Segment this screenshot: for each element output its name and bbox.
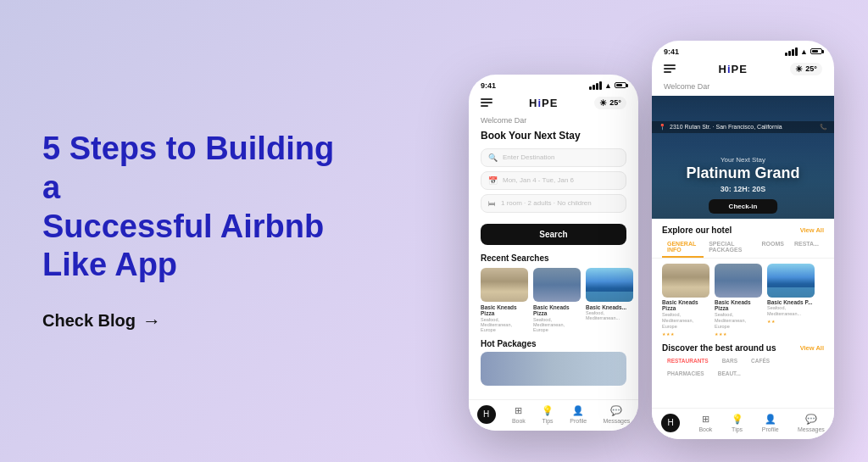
status-time-right: 9:41 [664, 47, 679, 56]
hero-content: Your Next Stay Platinum Grand 30: 12H: 2… [652, 156, 834, 193]
home-icon-right: H [661, 414, 680, 432]
guests-placeholder: 1 room · 2 adults · No children [501, 199, 619, 207]
book-title: Book Your Next Stay [469, 130, 638, 148]
hotel-card-image [715, 264, 762, 298]
book-icon: ⊞ [515, 405, 522, 416]
nav-item-messages-right[interactable]: 💬 Messages [798, 414, 825, 432]
hot-packages-title: Hot Packages [469, 332, 638, 352]
signal-icon [589, 81, 602, 90]
tab-rooms[interactable]: ROOMS [757, 238, 789, 258]
tab-beauty[interactable]: BEAUT... [713, 369, 746, 378]
tab-pharmacies[interactable]: PHARMACIES [662, 369, 709, 378]
phone-call-icon: 📞 [820, 124, 827, 131]
card-name: Basic Kneads... [586, 304, 633, 311]
hamburger-icon-right[interactable] [664, 64, 676, 73]
nav-item-home-right[interactable]: H [661, 414, 680, 432]
checkin-btn-wrap: Check-in [709, 197, 778, 214]
card-name: Basic Kneads Pizza [533, 304, 581, 318]
explore-header: Explore our hotel View All [652, 219, 834, 238]
hotel-card-name: Basic Kneads Pizza [662, 299, 709, 313]
recent-searches-header: Recent Searches [469, 245, 638, 268]
bottom-nav-left: H ⊞ Book 💡 Tips 👤 Profile 💬 Messag [469, 399, 638, 431]
card-sub: Seafood, Mediterranean... [586, 310, 633, 320]
tab-bars[interactable]: BARS [717, 356, 743, 365]
sun-icon-right: ☀ [795, 64, 803, 74]
nav-item-tips-right[interactable]: 💡 Tips [732, 414, 743, 432]
tab-restaurants[interactable]: RESTA... [789, 238, 824, 258]
view-all-explore[interactable]: View All [800, 226, 824, 234]
bottom-nav-right: H ⊞ Book 💡 Tips 👤 Profile 💬 Messag [652, 408, 834, 439]
profile-icon-right: 👤 [765, 414, 776, 425]
sun-icon: ☀ [599, 98, 607, 108]
card-image [481, 268, 528, 302]
tab-cafes[interactable]: CAFÉS [746, 356, 775, 365]
list-item[interactable]: Basic Kneads P... Seafood, Mediterranean… [767, 264, 815, 337]
messages-icon-right: 💬 [805, 414, 817, 425]
wifi-icon: ▲ [604, 81, 612, 90]
arrow-right-icon: → [142, 310, 161, 332]
list-item[interactable]: Basic Kneads Pizza Seafood, Mediterranea… [481, 268, 528, 333]
calendar-icon: 📅 [488, 176, 498, 185]
status-bar-left: 9:41 ▲ [469, 75, 638, 93]
hotel-card-sub: Seafood, Mediterranean, Europe [662, 312, 709, 330]
wifi-icon-right: ▲ [800, 47, 808, 56]
hotel-cards-list: Basic Kneads Pizza Seafood, Mediterranea… [652, 264, 834, 337]
card-sub: Seafood, Mediterranean, Europe [481, 317, 528, 332]
recent-searches-title: Recent Searches [481, 253, 549, 263]
tips-icon: 💡 [542, 405, 554, 416]
guests-field[interactable]: 🛏 1 room · 2 adults · No children [481, 194, 626, 213]
list-item[interactable]: Basic Kneads Pizza Seafood, Mediterranea… [662, 264, 709, 337]
list-item[interactable]: Basic Kneads Pizza Seafood, Mediterranea… [715, 264, 762, 337]
nav-item-profile[interactable]: 👤 Profile [570, 405, 587, 424]
nav-item-tips[interactable]: 💡 Tips [542, 405, 554, 424]
tab-special-packages[interactable]: SPECIAL PACKAGES [704, 238, 756, 258]
hot-packages-image [481, 352, 626, 386]
tab-restaurants-discover[interactable]: RESTAURANTS [662, 356, 714, 365]
hamburger-icon-left[interactable] [481, 98, 492, 107]
hotel-card-sub: Seafood, Mediterranean, Europe [715, 312, 762, 330]
status-icons-left: ▲ [589, 81, 626, 90]
battery-icon [615, 82, 626, 88]
profile-icon: 👤 [572, 405, 584, 416]
card-sub: Seafood, Mediterranean, Europe [533, 317, 581, 332]
hotel-card-stars: ★★★ [715, 331, 762, 337]
list-item[interactable]: Basic Kneads... Seafood, Mediterranean..… [586, 268, 633, 333]
weather-badge-left: ☀ 25° [594, 97, 626, 109]
status-icons-right: ▲ [785, 47, 822, 56]
nav-item-book[interactable]: ⊞ Book [512, 405, 526, 424]
explore-title: Explore our hotel [662, 225, 732, 235]
phone-right: 9:41 ▲ [652, 41, 834, 439]
left-content: 5 Steps to Building a Successful Airbnb … [34, 130, 469, 331]
hotel-card-sub: Seafood, Mediterranean... [767, 305, 815, 317]
hotel-location-bar: 📍 2310 Rutan Str. · San Francisco, Calif… [652, 121, 834, 133]
discover-tab-bar: RESTAURANTS BARS CAFÉS PHARMACIES BEAUT.… [652, 356, 834, 378]
destination-field[interactable]: 🔍 Enter Destination [481, 148, 626, 167]
nav-item-profile-right[interactable]: 👤 Profile [762, 414, 779, 432]
location-text: 2310 Rutan Str. · San Francisco, Califor… [670, 124, 816, 130]
date-field[interactable]: 📅 Mon, Jan 4 - Tue, Jan 6 [481, 171, 626, 190]
status-time-left: 9:41 [481, 81, 496, 90]
discover-header: Discover the best around us View All [652, 337, 834, 356]
location-pin-icon: 📍 [659, 124, 666, 131]
check-blog-link[interactable]: Check Blog → [42, 310, 452, 332]
search-button[interactable]: Search [481, 224, 626, 245]
main-title: 5 Steps to Building a Successful Airbnb … [42, 130, 339, 284]
view-all-discover[interactable]: View All [800, 344, 824, 352]
nav-item-book-right[interactable]: ⊞ Book [698, 414, 712, 432]
hotel-card-image [767, 264, 815, 298]
app-logo-left: HiPE [529, 97, 558, 109]
messages-icon: 💬 [610, 405, 622, 416]
tab-general-info[interactable]: GENERAL INFO [662, 238, 704, 258]
book-icon-right: ⊞ [702, 414, 709, 425]
nav-item-messages[interactable]: 💬 Messages [603, 405, 630, 424]
guests-icon: 🛏 [488, 199, 496, 208]
hotel-hero: 📍 2310 Rutan Str. · San Francisco, Calif… [652, 96, 834, 219]
welcome-text-right: Welcome Dar [652, 81, 834, 96]
destination-placeholder: Enter Destination [503, 153, 619, 161]
checkin-button[interactable]: Check-in [709, 199, 778, 214]
nav-item-home[interactable]: H [477, 405, 496, 424]
list-item[interactable]: Basic Kneads Pizza Seafood, Mediterranea… [533, 268, 581, 333]
hotel-card-image [662, 264, 709, 298]
hotel-card-name: Basic Kneads P... [767, 299, 815, 306]
date-placeholder: Mon, Jan 4 - Tue, Jan 6 [503, 176, 619, 184]
